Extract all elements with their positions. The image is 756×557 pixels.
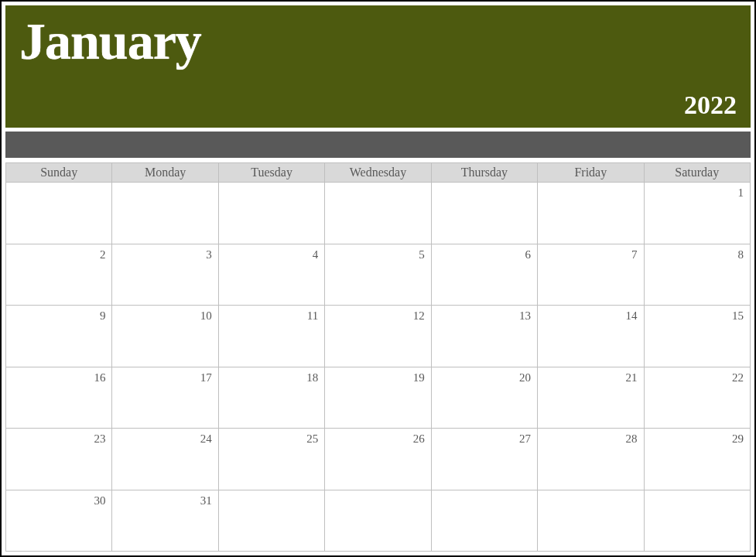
- calendar-week: 2 3 4 5 6 7 8: [6, 244, 751, 306]
- calendar-cell: 29: [644, 429, 750, 490]
- day-header-wednesday: Wednesday: [325, 163, 431, 183]
- calendar-cell: [218, 490, 324, 552]
- calendar-cell: 9: [6, 306, 112, 367]
- calendar-cell: 24: [112, 429, 218, 490]
- calendar-cell: 22: [644, 367, 750, 429]
- calendar-cell: 4: [218, 244, 324, 306]
- calendar-cell: 5: [325, 244, 431, 306]
- day-header-saturday: Saturday: [644, 163, 750, 183]
- calendar-cell: 12: [325, 306, 431, 367]
- calendar-cell: 13: [431, 306, 537, 367]
- calendar-cell: [538, 490, 644, 552]
- calendar-cell: [6, 183, 112, 244]
- calendar-cell: 30: [6, 490, 112, 552]
- calendar-cell: [431, 183, 537, 244]
- day-header-tuesday: Tuesday: [218, 163, 324, 183]
- day-header-row: Sunday Monday Tuesday Wednesday Thursday…: [6, 163, 751, 183]
- calendar-cell: 18: [218, 367, 324, 429]
- calendar-cell: 17: [112, 367, 218, 429]
- calendar-cell: 11: [218, 306, 324, 367]
- calendar-cell: [325, 490, 431, 552]
- calendar-cell: 1: [644, 183, 750, 244]
- calendar-cell: [325, 183, 431, 244]
- calendar-cell: 21: [538, 367, 644, 429]
- calendar-week: 9 10 11 12 13 14 15: [6, 306, 751, 367]
- calendar-cell: 20: [431, 367, 537, 429]
- calendar-cell: [431, 490, 537, 552]
- calendar-cell: 26: [325, 429, 431, 490]
- calendar-cell: 2: [6, 244, 112, 306]
- calendar-cell: 15: [644, 306, 750, 367]
- calendar-cell: 25: [218, 429, 324, 490]
- day-header-friday: Friday: [538, 163, 644, 183]
- calendar-cell: 7: [538, 244, 644, 306]
- day-header-thursday: Thursday: [431, 163, 537, 183]
- calendar-cell: 6: [431, 244, 537, 306]
- calendar-cell: 10: [112, 306, 218, 367]
- calendar-header: January 2022: [5, 5, 751, 128]
- calendar-cell: 23: [6, 429, 112, 490]
- calendar-cell: [112, 183, 218, 244]
- calendar-cell: 3: [112, 244, 218, 306]
- calendar-cell: [218, 183, 324, 244]
- calendar-cell: 27: [431, 429, 537, 490]
- calendar-cell: [644, 490, 750, 552]
- calendar-cell: 31: [112, 490, 218, 552]
- divider-bar: [5, 132, 751, 158]
- calendar-week: 16 17 18 19 20 21 22: [6, 367, 751, 429]
- calendar-week: 1: [6, 183, 751, 244]
- calendar-cell: 16: [6, 367, 112, 429]
- calendar-cell: 19: [325, 367, 431, 429]
- calendar-grid: Sunday Monday Tuesday Wednesday Thursday…: [5, 162, 751, 552]
- month-title: January: [19, 15, 737, 67]
- calendar-cell: 8: [644, 244, 750, 306]
- calendar-cell: 28: [538, 429, 644, 490]
- calendar-cell: [538, 183, 644, 244]
- calendar-cell: 14: [538, 306, 644, 367]
- day-header-monday: Monday: [112, 163, 218, 183]
- year-title: 2022: [684, 91, 737, 120]
- calendar-week: 23 24 25 26 27 28 29: [6, 429, 751, 490]
- calendar-week: 30 31: [6, 490, 751, 552]
- day-header-sunday: Sunday: [6, 163, 112, 183]
